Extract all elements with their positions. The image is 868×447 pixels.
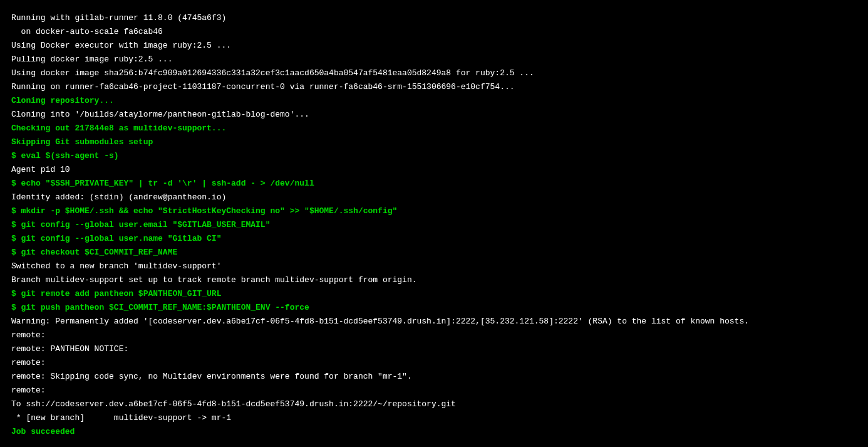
- terminal-line: Identity added: (stdin) (andrew@pantheon…: [11, 191, 857, 204]
- terminal-line: on docker-auto-scale fa6cab46: [11, 25, 857, 39]
- terminal-line: $ git config --global user.email "$GITLA…: [11, 218, 857, 232]
- terminal-line: $ git push pantheon $CI_COMMIT_REF_NAME:…: [11, 301, 857, 315]
- terminal-line: Job succeeded: [11, 425, 857, 439]
- terminal-line: $ mkdir -p $HOME/.ssh && echo "StrictHos…: [11, 204, 857, 218]
- terminal-line: Switched to a new branch 'multidev-suppo…: [11, 260, 857, 273]
- terminal-line: To ssh://codeserver.dev.a6be17cf-06f5-4f…: [11, 397, 857, 411]
- terminal-line: remote:: [11, 356, 857, 370]
- terminal-line: Warning: Permanently added '[codeserver.…: [11, 315, 857, 329]
- terminal-line: Using Docker executor with image ruby:2.…: [11, 39, 857, 53]
- terminal-line: Cloning into '/builds/ataylorme/pantheon…: [11, 108, 857, 122]
- terminal-line: $ echo "$SSH_PRIVATE_KEY" | tr -d '\r' |…: [11, 177, 857, 191]
- terminal-line: * [new branch] multidev-support -> mr-1: [11, 411, 857, 425]
- terminal-line: $ git config --global user.name "Gitlab …: [11, 232, 857, 246]
- terminal-line: Running on runner-fa6cab46-project-11031…: [11, 80, 857, 94]
- terminal-line: Using docker image sha256:b74fc909a01269…: [11, 66, 857, 80]
- terminal-line: Checking out 217844e8 as multidev-suppor…: [11, 122, 857, 135]
- terminal-line: Cloning repository...: [11, 94, 857, 108]
- terminal-line: $ git checkout $CI_COMMIT_REF_NAME: [11, 246, 857, 260]
- terminal-line: $ git remote add pantheon $PANTHEON_GIT_…: [11, 287, 857, 301]
- terminal-line: Pulling docker image ruby:2.5 ...: [11, 53, 857, 66]
- terminal-line: Skipping Git submodules setup: [11, 135, 857, 149]
- terminal-output: Running with gitlab-runner 11.8.0 (4745a…: [11, 11, 857, 439]
- terminal-line: remote:: [11, 329, 857, 342]
- terminal-line: remote: PANTHEON NOTICE:: [11, 342, 857, 356]
- terminal-line: remote:: [11, 384, 857, 397]
- terminal-line: remote: Skipping code sync, no Multidev …: [11, 370, 857, 384]
- terminal-line: Agent pid 10: [11, 163, 857, 177]
- terminal-line: Branch multidev-support set up to track …: [11, 273, 857, 287]
- terminal-line: $ eval $(ssh-agent -s): [11, 149, 857, 163]
- terminal-line: Running with gitlab-runner 11.8.0 (4745a…: [11, 11, 857, 25]
